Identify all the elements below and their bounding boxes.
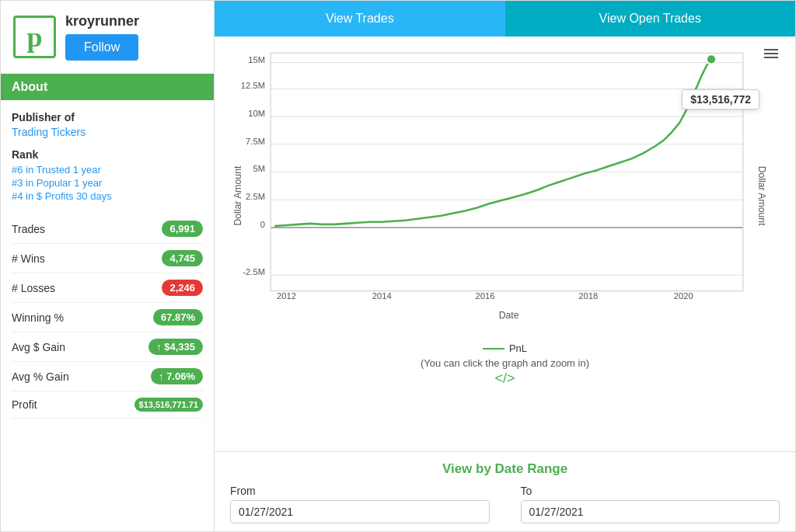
rank-item-popular: #3 in Popular 1 year: [12, 177, 203, 189]
hamburger-icon[interactable]: [764, 49, 778, 58]
svg-text:5M: 5M: [253, 164, 265, 173]
date-fields: From To: [230, 485, 780, 523]
to-label: To: [521, 485, 780, 497]
svg-text:Dollar Amount: Dollar Amount: [232, 165, 243, 226]
sidebar: p kroyrunner Follow About Publisher of T…: [1, 1, 215, 531]
legend-line: [483, 348, 504, 349]
legend-label: PnL: [509, 342, 527, 354]
sidebar-header: p kroyrunner Follow: [1, 1, 214, 74]
app-container: p kroyrunner Follow About Publisher of T…: [0, 0, 796, 532]
chart-datapoint: [707, 54, 716, 64]
svg-text:2.5M: 2.5M: [246, 192, 265, 201]
stat-label-wins: # Wins: [12, 252, 45, 265]
stat-value-losses: 2,246: [162, 280, 203, 296]
svg-text:2014: 2014: [372, 291, 392, 301]
svg-text:0: 0: [260, 220, 265, 229]
chart-svg[interactable]: 15M 12.5M 10M 7.5M 5M 2.5M 0 -2.5M Dolla…: [227, 44, 783, 339]
stat-value-wins: 4,745: [162, 250, 203, 266]
hamburger-line-1: [764, 49, 778, 50]
publisher-of-label: Publisher of: [12, 111, 203, 123]
publisher-info: kroyrunner Follow: [65, 13, 139, 61]
stat-row-avg-pct-gain: Avg % Gain ↑ 7.06%: [12, 362, 203, 391]
stat-value-trades: 6,991: [162, 221, 203, 237]
hamburger-line-3: [764, 57, 778, 58]
date-range-section: View by Date Range From To: [215, 451, 795, 531]
svg-text:10M: 10M: [248, 109, 265, 118]
chart-legend: PnL: [227, 342, 783, 354]
chart-section: $13,516,772 15M 12.5M 10M 7.5M 5M 2.5M 0…: [215, 37, 795, 451]
stat-row-trades: Trades 6,991: [12, 214, 203, 244]
to-input[interactable]: [521, 500, 780, 523]
svg-text:15M: 15M: [248, 55, 265, 64]
date-field-to: To: [521, 485, 780, 523]
chart-wrapper[interactable]: $13,516,772 15M 12.5M 10M 7.5M 5M 2.5M 0…: [227, 44, 783, 339]
rank-title: Rank: [12, 148, 203, 161]
svg-text:Date: Date: [499, 310, 519, 321]
hamburger-line-2: [764, 53, 778, 54]
svg-text:2018: 2018: [578, 291, 598, 301]
stat-row-winning-pct: Winning % 67.87%: [12, 303, 203, 332]
svg-text:2012: 2012: [277, 291, 296, 301]
publisher-name: kroyrunner: [65, 13, 139, 30]
rank-item-profits: #4 in $ Profits 30 days: [12, 190, 203, 202]
from-input[interactable]: [230, 500, 490, 523]
from-label: From: [230, 485, 490, 497]
stat-label-avg-pct-gain: Avg % Gain: [12, 370, 69, 383]
svg-text:12.5M: 12.5M: [241, 81, 265, 90]
stat-value-avg-pct-gain: ↑ 7.06%: [151, 368, 203, 384]
view-trades-button[interactable]: View Trades: [215, 1, 505, 37]
svg-text:2016: 2016: [475, 291, 494, 301]
stat-label-profit: Profit: [12, 398, 37, 411]
stat-row-avg-gain: Avg $ Gain ↑ $4,335: [12, 332, 203, 362]
publisher-logo: p: [13, 16, 56, 58]
svg-text:2020: 2020: [674, 291, 693, 301]
trading-tickers-link[interactable]: Trading Tickers: [12, 126, 86, 138]
view-open-trades-button[interactable]: View Open Trades: [505, 1, 796, 37]
stat-value-profit: $13,516,771.71: [134, 398, 203, 412]
stat-label-winning-pct: Winning %: [12, 311, 64, 324]
chart-code-icon[interactable]: </>: [227, 370, 783, 387]
right-panel: View Trades View Open Trades $13,516,772: [215, 1, 795, 531]
main-content: p kroyrunner Follow About Publisher of T…: [1, 1, 795, 531]
stat-row-wins: # Wins 4,745: [12, 244, 203, 273]
chart-hint: (You can click the graph and zoom in): [227, 357, 783, 369]
svg-text:7.5M: 7.5M: [246, 137, 265, 146]
stat-label-losses: # Losses: [12, 282, 55, 294]
follow-button[interactable]: Follow: [65, 34, 138, 61]
stat-row-losses: # Losses 2,246: [12, 273, 203, 303]
sidebar-body: Publisher of Trading Tickers Rank #6 in …: [1, 100, 214, 429]
chart-tooltip: $13,516,772: [682, 89, 759, 110]
tooltip-value: $13,516,772: [690, 93, 751, 106]
rank-item-trusted: #6 in Trusted 1 year: [12, 164, 203, 176]
stat-rows: Trades 6,991 # Wins 4,745 # Losses 2,246…: [12, 214, 203, 419]
stat-row-profit: Profit $13,516,771.71: [12, 391, 203, 419]
svg-text:-2.5M: -2.5M: [243, 267, 265, 276]
top-nav: View Trades View Open Trades: [215, 1, 795, 37]
stat-value-winning-pct: 67.87%: [153, 309, 203, 325]
date-field-from: From: [230, 485, 490, 523]
stat-label-avg-gain: Avg $ Gain: [12, 341, 65, 353]
stat-label-trades: Trades: [12, 223, 45, 235]
stat-value-avg-gain: ↑ $4,335: [148, 339, 203, 355]
about-section: About: [1, 74, 214, 100]
date-range-title: View by Date Range: [230, 461, 780, 477]
svg-text:Dollar Amount: Dollar Amount: [756, 166, 767, 227]
